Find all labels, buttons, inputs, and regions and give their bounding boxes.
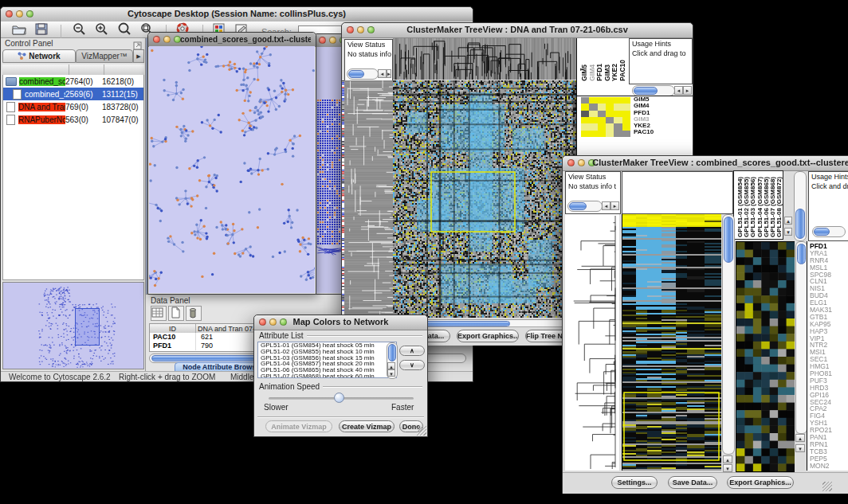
matrix-cell[interactable] xyxy=(589,97,597,104)
scroll-up-icon[interactable]: ▴ xyxy=(784,217,792,225)
matrix-cell[interactable] xyxy=(589,104,597,110)
scroll-down-icon[interactable]: ▾ xyxy=(387,369,395,377)
close-button[interactable] xyxy=(6,10,13,18)
resize-grip[interactable] xyxy=(417,426,426,436)
scroll-right-icon[interactable]: ▸ xyxy=(683,86,692,95)
matrix-cell[interactable] xyxy=(581,111,589,117)
matrix-cell[interactable] xyxy=(614,131,622,137)
minimize-button[interactable] xyxy=(357,26,364,33)
main-titlebar[interactable]: Cytoscape Desktop (Session Name: collins… xyxy=(1,7,473,22)
tv2-global-heatmap-canvas[interactable] xyxy=(622,214,721,471)
animate-vizmap-button[interactable]: Animate Vizmap xyxy=(265,420,332,432)
tab-network[interactable]: Network xyxy=(2,49,76,63)
scroll-left-icon[interactable]: ◂ xyxy=(378,69,387,78)
close-button[interactable] xyxy=(567,159,575,166)
tv2-hints-hscrollbar[interactable] xyxy=(812,226,846,237)
matrix-cell[interactable] xyxy=(598,97,606,104)
tv1-zoom-matrix[interactable] xyxy=(581,97,630,137)
scroll-right-icon[interactable]: ▸ xyxy=(610,201,619,210)
tv1-global-heatmap-canvas[interactable] xyxy=(393,80,576,318)
create-attribute-icon[interactable] xyxy=(168,306,184,321)
scroll-up-icon[interactable]: ▴ xyxy=(723,455,732,463)
tab-overflow-button[interactable]: ▶ xyxy=(133,49,144,63)
scroll-down-icon[interactable]: ▾ xyxy=(784,228,792,236)
tv1-column-dendrogram-canvas[interactable] xyxy=(393,38,576,80)
matrix-cell[interactable] xyxy=(614,97,622,104)
network-view-canvas[interactable] xyxy=(149,46,315,293)
tv2-zoom-vscrollbar[interactable] xyxy=(795,241,807,434)
zoom-fit-icon[interactable] xyxy=(117,22,133,37)
matrix-cell[interactable] xyxy=(598,104,606,110)
tv2-zoom-heatmap-canvas[interactable] xyxy=(736,241,795,472)
matrix-cell[interactable] xyxy=(606,117,614,123)
close-button[interactable] xyxy=(347,26,354,33)
speed-slider-thumb[interactable] xyxy=(334,393,344,403)
matrix-cell[interactable] xyxy=(581,97,589,104)
attribute-list-item[interactable]: GPL51-07 (GSM868) heat shock 60 min xyxy=(258,373,396,378)
scroll-left-icon[interactable]: ◂ xyxy=(674,86,683,95)
tv1-status-hscrollbar[interactable] xyxy=(347,68,379,80)
settings-button[interactable]: Settings... xyxy=(611,476,658,489)
matrix-cell[interactable] xyxy=(606,104,614,110)
zoom-in-icon[interactable] xyxy=(94,22,110,37)
tv2-row-dendrogram-canvas[interactable] xyxy=(565,214,619,471)
scroll-up-icon[interactable]: ▴ xyxy=(387,362,395,369)
close-button[interactable] xyxy=(319,37,326,44)
matrix-cell[interactable] xyxy=(581,104,589,110)
matrix-cell[interactable] xyxy=(614,117,622,123)
zoom-out-icon[interactable] xyxy=(72,22,88,37)
resize-grip[interactable] xyxy=(822,482,832,491)
matrix-cell[interactable] xyxy=(589,111,597,117)
tv1-zoom-hscrollbar[interactable] xyxy=(632,85,675,96)
matrix-cell[interactable] xyxy=(622,111,630,117)
overview-thumbnail-canvas[interactable] xyxy=(3,283,143,369)
matrix-cell[interactable] xyxy=(598,123,606,130)
tv2-heatmap-vscrollbar[interactable] xyxy=(722,214,735,455)
matrix-cell[interactable] xyxy=(589,131,597,137)
minimize-button[interactable] xyxy=(578,159,585,166)
overview-viewport-rect[interactable] xyxy=(75,308,100,346)
minimize-button[interactable] xyxy=(329,37,336,44)
attribute-listbox[interactable]: GPL51-01 (GSM854) heat shock 05 minGPL51… xyxy=(257,342,397,378)
matrix-cell[interactable] xyxy=(598,131,606,137)
tv2-labels-vscrollbar[interactable] xyxy=(794,171,807,241)
col-header-edges[interactable] xyxy=(104,64,144,75)
network-row[interactable]: combined_scores2764(0)16218(0) xyxy=(3,75,143,88)
matrix-cell[interactable] xyxy=(622,104,630,110)
open-folder-icon[interactable] xyxy=(12,23,28,37)
tab-vizmapper[interactable]: VizMapper™ xyxy=(76,49,133,63)
delete-attribute-icon[interactable] xyxy=(186,306,202,321)
close-button[interactable] xyxy=(153,36,160,43)
scroll-right-icon[interactable]: ▸ xyxy=(387,69,391,78)
network-row[interactable]: RNAPuberNov2+563(0)107847(0) xyxy=(3,113,143,126)
select-attributes-icon[interactable] xyxy=(151,306,167,321)
minimize-button[interactable] xyxy=(163,36,171,43)
scroll-down-icon[interactable]: ▾ xyxy=(723,464,732,472)
matrix-cell[interactable] xyxy=(581,123,589,130)
close-button[interactable] xyxy=(259,318,266,326)
export-graphics-button[interactable]: Export Graphics... xyxy=(457,330,519,342)
move-down-button[interactable]: ∨ xyxy=(399,360,425,370)
minimize-button[interactable] xyxy=(16,10,23,18)
matrix-cell[interactable] xyxy=(622,123,630,130)
matrix-cell[interactable] xyxy=(581,131,589,137)
network-row[interactable]: combined_sco2569(6)13112(15) xyxy=(3,88,143,100)
scroll-down-icon[interactable]: ▾ xyxy=(795,444,805,452)
minimize-button[interactable] xyxy=(269,318,277,326)
create-vizmap-button[interactable]: Create Vizmap xyxy=(339,420,395,432)
gene-list-item[interactable]: MON2 xyxy=(810,463,848,470)
matrix-cell[interactable] xyxy=(598,117,606,123)
tv2-column-dendrogram-area[interactable] xyxy=(622,171,733,214)
matrix-cell[interactable] xyxy=(581,117,589,123)
matrix-cell[interactable] xyxy=(614,123,622,130)
scroll-up-icon[interactable]: ▴ xyxy=(795,434,805,442)
save-data-button[interactable]: Save Data... xyxy=(668,476,717,489)
tv1-row-dendrogram-canvas[interactable] xyxy=(344,80,393,318)
col-header-nodes[interactable] xyxy=(69,64,104,75)
network-overview[interactable] xyxy=(2,282,144,369)
network-row[interactable]: DNA and Tran 07769(0)183728(0) xyxy=(3,100,143,113)
matrix-cell[interactable] xyxy=(606,131,614,137)
matrix-cell[interactable] xyxy=(598,111,606,117)
matrix-cell[interactable] xyxy=(622,97,630,104)
matrix-cell[interactable] xyxy=(622,117,630,123)
